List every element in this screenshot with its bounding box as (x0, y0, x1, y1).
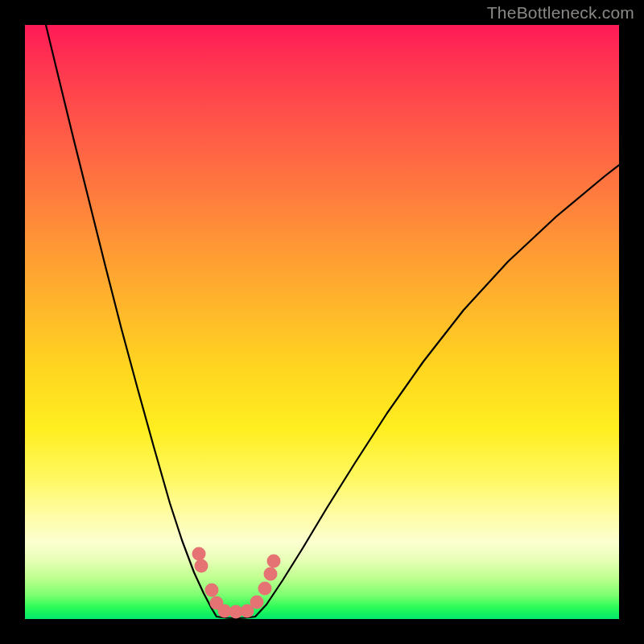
marker-point (250, 596, 264, 609)
marker-point (195, 559, 208, 573)
chart-frame: TheBottleneck.com (0, 0, 644, 644)
plot-area (25, 25, 619, 619)
marker-point (258, 582, 272, 596)
curve-layer (25, 25, 619, 619)
marker-point (205, 584, 219, 597)
series-bottleneck-curve (46, 25, 619, 618)
marker-point (264, 568, 278, 581)
curve-markers (192, 547, 281, 619)
marker-point (192, 547, 206, 561)
curve-series (46, 25, 619, 618)
marker-point (267, 555, 281, 568)
watermark-text: TheBottleneck.com (487, 3, 634, 23)
